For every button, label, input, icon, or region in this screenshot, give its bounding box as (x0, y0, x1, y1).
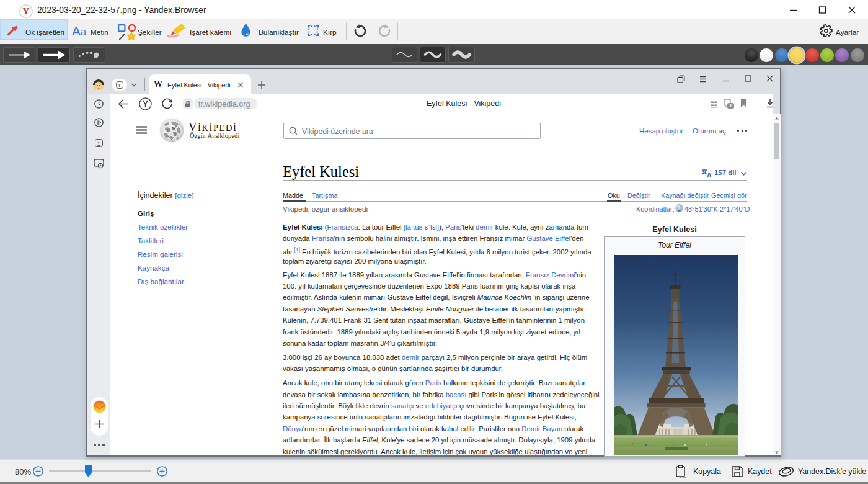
svg-text:1: 1 (729, 103, 732, 109)
svg-text:A: A (707, 171, 712, 178)
svg-text:म: म (167, 133, 170, 138)
svg-text:W: W (172, 126, 177, 130)
svg-text:ע: ע (174, 132, 177, 137)
svg-text:Ω: Ω (167, 128, 170, 132)
svg-text:Y: Y (23, 6, 30, 16)
